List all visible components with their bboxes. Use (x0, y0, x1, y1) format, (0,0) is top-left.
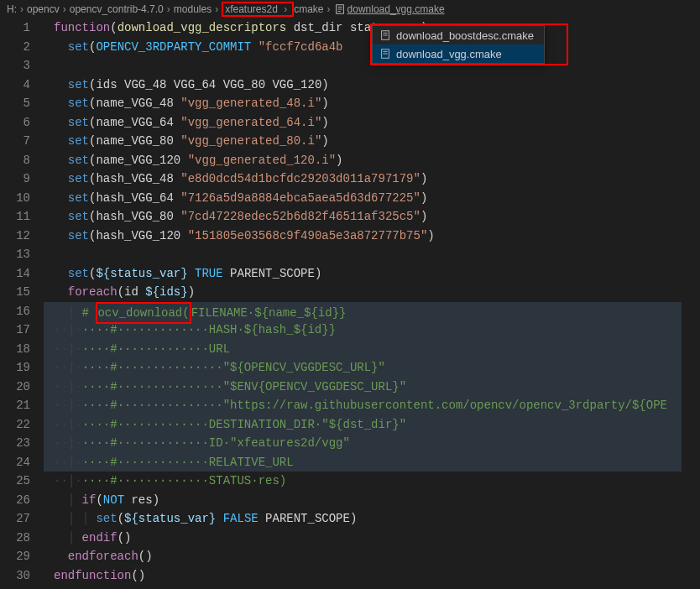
line-number-gutter: 1 2 3 4 5 6 7 8 9 10 11 12 13 14 15 16 1… (0, 18, 44, 589)
breadcrumb-folder[interactable]: xfeatures2d (225, 3, 278, 15)
breadcrumb-folder[interactable]: opencv_contrib-4.7.0 (70, 3, 164, 15)
breadcrumb-dropdown: download_boostdesc.cmake download_vgg.cm… (372, 25, 545, 64)
code-line[interactable]: set(name_VGG_80 "vgg_generated_80.i") (44, 132, 700, 151)
code-line[interactable]: ··│·····#·············DESTINATION_DIR·"$… (44, 415, 700, 435)
dropdown-item-selected[interactable]: download_vgg.cmake (373, 44, 544, 63)
code-line[interactable]: endforeach() (44, 547, 700, 566)
line-number: 5 (0, 94, 30, 113)
line-number: 7 (0, 132, 30, 151)
code-line[interactable]: │ # ocv_download(FILENAME·${name_${id}} (44, 302, 700, 321)
code-line[interactable]: set(name_VGG_48 "vgg_generated_48.i") (44, 94, 700, 113)
code-line[interactable]: │ endif() (44, 529, 700, 548)
line-number: 16 (0, 302, 30, 321)
file-icon (379, 29, 391, 41)
code-line[interactable]: ··│·····#···············"${OPENCV_VGGDES… (44, 358, 700, 378)
code-line[interactable]: set(hash_VGG_48 "e8d0dcd54d1bcfdc29203d0… (44, 169, 700, 189)
chevron-right-icon: › (327, 3, 331, 15)
line-number: 30 (0, 566, 30, 586)
line-number: 19 (0, 358, 30, 378)
line-number: 23 (0, 434, 30, 453)
line-number: 11 (0, 207, 30, 227)
line-number: 29 (0, 547, 30, 566)
line-number: 15 (0, 283, 30, 302)
code-line[interactable]: set(hash_VGG_64 "7126a5d9a8884ebca5aea5d… (44, 189, 700, 208)
code-line[interactable]: │ │ set(${status_var} FALSE PARENT_SCOPE… (44, 509, 700, 529)
file-icon (334, 3, 346, 16)
code-line[interactable]: ··│·····#·············ID·"xfeatures2d/vg… (44, 434, 700, 453)
dropdown-item[interactable]: download_boostdesc.cmake (373, 26, 544, 44)
line-number: 24 (0, 453, 30, 472)
code-line[interactable]: ··│·····#·············RELATIVE_URL (44, 453, 700, 472)
code-line[interactable]: │ if(NOT res) (44, 491, 700, 510)
breadcrumb-folder[interactable]: cmake (294, 3, 323, 15)
line-number: 4 (0, 76, 30, 95)
line-number: 13 (0, 245, 30, 264)
chevron-right-icon: › (215, 3, 218, 15)
line-number: 6 (0, 113, 30, 133)
chevron-right-icon: › (284, 3, 287, 15)
dropdown-item-label: download_vgg.cmake (396, 48, 502, 60)
breadcrumb-file[interactable]: download_vgg.cmake (334, 3, 445, 16)
dropdown-item-label: download_boostdesc.cmake (396, 29, 534, 42)
breadcrumb-drive[interactable]: H: (7, 3, 17, 15)
line-number: 25 (0, 472, 30, 491)
line-number: 26 (0, 491, 30, 510)
line-number: 2 (0, 38, 30, 57)
line-number: 22 (0, 415, 30, 435)
breadcrumb-bar: H: › opencv › opencv_contrib-4.7.0 › mod… (0, 0, 700, 18)
line-number: 12 (0, 227, 30, 246)
code-line[interactable]: set(hash_VGG_80 "7cd47228edec52b6d82f465… (44, 207, 700, 227)
editor-container: 1 2 3 4 5 6 7 8 9 10 11 12 13 14 15 16 1… (0, 18, 700, 589)
code-line[interactable]: set(ids VGG_48 VGG_64 VGG_80 VGG_120) (44, 76, 700, 95)
line-number: 3 (0, 56, 30, 76)
line-number: 9 (0, 169, 30, 189)
line-number: 1 (0, 18, 30, 38)
code-line[interactable]: set(name_VGG_120 "vgg_generated_120.i") (44, 151, 700, 170)
breadcrumb-folder[interactable]: opencv (27, 3, 60, 15)
code-editor-area[interactable]: function(download_vgg_descriptors dst_di… (44, 18, 700, 589)
code-line[interactable]: set(name_VGG_64 "vgg_generated_64.i") (44, 113, 700, 133)
line-number: 20 (0, 378, 30, 397)
line-number: 8 (0, 151, 30, 170)
code-line[interactable] (44, 245, 700, 264)
code-line[interactable]: set(hash_VGG_120 "151805e03568c9f490a5e3… (44, 227, 700, 246)
code-line[interactable]: ··│·····#···············"$ENV{OPENCV_VGG… (44, 378, 700, 397)
code-line[interactable]: ··│·····#·············STATUS·res) (44, 472, 700, 491)
line-number: 27 (0, 509, 30, 529)
chevron-right-icon: › (20, 3, 24, 15)
chevron-right-icon: › (63, 3, 66, 15)
line-number: 21 (0, 396, 30, 415)
line-number: 17 (0, 321, 30, 340)
file-icon (379, 48, 391, 60)
code-line[interactable]: set(${status_var} TRUE PARENT_SCOPE) (44, 264, 700, 284)
line-number: 14 (0, 264, 30, 284)
code-line[interactable]: ··│·····#·············HASH·${hash_${id}} (44, 321, 700, 340)
line-number: 28 (0, 529, 30, 548)
code-line[interactable]: endfunction() (44, 566, 700, 586)
code-line[interactable]: ··│·····#···············"https://raw.git… (44, 396, 700, 415)
line-number: 10 (0, 189, 30, 208)
code-line[interactable]: foreach(id ${ids}) (44, 283, 700, 302)
breadcrumb-folder[interactable]: modules (174, 3, 212, 15)
line-number: 18 (0, 340, 30, 359)
chevron-right-icon: › (167, 3, 170, 15)
code-line[interactable]: ··│·····#·············URL (44, 340, 700, 359)
